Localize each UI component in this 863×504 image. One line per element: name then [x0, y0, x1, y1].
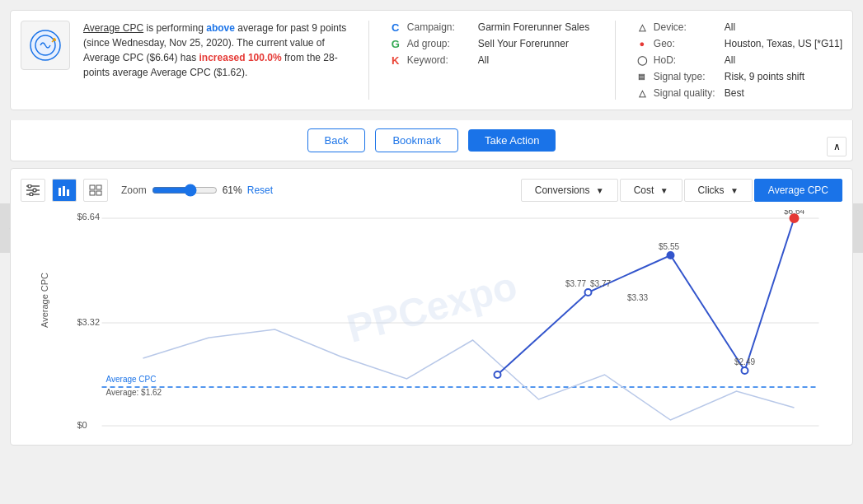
keyword-row: K Keyword: All	[389, 54, 595, 67]
signal-type-row: ▤ Signal type: Risk, 9 points shift	[636, 70, 842, 83]
svg-text:$0: $0	[77, 420, 87, 430]
signal-type-value: Risk, 9 points shift	[725, 71, 804, 82]
geo-icon: ●	[636, 37, 649, 50]
adgroup-icon: G	[389, 37, 402, 50]
hod-icon: ◯	[636, 54, 649, 67]
device-label: Device:	[654, 21, 720, 33]
campaign-icon: C	[389, 21, 402, 34]
chart-svg: $6.64 $3.32 $0 Average CPC Average: $1.6…	[62, 210, 834, 432]
hod-label: HoD:	[654, 54, 720, 66]
svg-point-27	[742, 367, 748, 374]
svg-point-24	[495, 371, 501, 378]
zoom-value: 61%	[223, 184, 242, 196]
chart-panel: PPCexpo Zoom 61% Reset Conversions ▼ Cos…	[10, 168, 853, 446]
action-bar: Back Bookmark Take Action	[10, 120, 853, 161]
keyword-value: All	[478, 54, 489, 66]
svg-text:$3.32: $3.32	[77, 317, 101, 327]
svg-text:$5.55: $5.55	[659, 242, 679, 251]
signal-quality-value: Best	[725, 87, 744, 99]
divider2	[615, 21, 616, 100]
svg-rect-14	[96, 191, 101, 195]
svg-text:$3.77: $3.77	[590, 279, 611, 288]
grid-icon-btn[interactable]	[83, 179, 108, 202]
svg-rect-11	[90, 185, 95, 189]
adgroup-label: Ad group:	[407, 38, 473, 49]
campaign-label: Campaign:	[407, 21, 473, 33]
tab-cost[interactable]: Cost ▼	[620, 179, 682, 202]
hod-value: All	[725, 54, 735, 66]
device-row: △ Device: All	[636, 21, 842, 34]
back-button[interactable]: Back	[307, 128, 366, 152]
take-action-button[interactable]: Take Action	[468, 129, 556, 152]
svg-rect-10	[67, 189, 69, 196]
svg-rect-9	[63, 186, 65, 196]
bookmark-button[interactable]: Bookmark	[375, 128, 458, 152]
metric-tabs: Conversions ▼ Cost ▼ Clicks ▼ Average CP…	[521, 179, 842, 202]
campaign-row: C Campaign: Garmin Forerunner Sales	[389, 21, 595, 34]
adgroup-row: G Ad group: Sell Your Forerunner	[389, 37, 595, 50]
signal-quality-icon: △	[636, 86, 649, 100]
tab-conversions[interactable]: Conversions ▼	[521, 179, 618, 202]
tab-clicks[interactable]: Clicks ▼	[684, 179, 753, 202]
keyword-icon: K	[389, 54, 402, 67]
svg-rect-12	[96, 185, 101, 189]
campaign-value: Garmin Forerunner Sales	[478, 21, 589, 33]
chart-toolbar: Zoom 61% Reset Conversions ▼ Cost ▼ Clic…	[21, 179, 842, 202]
filter-icon-btn[interactable]	[21, 179, 45, 202]
svg-point-7	[30, 193, 33, 196]
meta-right: △ Device: All ● Geo: Houston, Texas, US …	[636, 21, 842, 100]
svg-text:$3.33: $3.33	[627, 293, 648, 302]
svg-rect-8	[59, 188, 61, 196]
reset-button[interactable]: Reset	[247, 184, 273, 196]
y-axis-label: Average CPC	[40, 272, 49, 327]
device-value: All	[725, 21, 735, 33]
zoom-slider[interactable]	[152, 184, 218, 197]
hod-row: ◯ HoD: All	[636, 54, 842, 67]
geo-row: ● Geo: Houston, Texas, US [*G11]	[636, 37, 842, 50]
svg-text:$6.64: $6.64	[77, 212, 101, 222]
signal-quality-label: Signal quality:	[654, 87, 720, 99]
signal-type-label: Signal type:	[654, 71, 720, 82]
svg-text:$6.64: $6.64	[784, 210, 804, 216]
chart-area: Average CPC $6.64 $3.32 $0 Average CPC A…	[62, 210, 834, 435]
bar-chart-icon-btn[interactable]	[52, 179, 77, 202]
device-icon: △	[636, 21, 649, 34]
keyword-label: Keyword:	[407, 54, 473, 66]
svg-point-6	[33, 189, 36, 192]
adgroup-value: Sell Your Forerunner	[478, 38, 569, 49]
svg-text:Average: $1.62: Average: $1.62	[106, 388, 162, 397]
svg-text:$3.77: $3.77	[565, 279, 586, 288]
zoom-container: Zoom 61% Reset	[121, 184, 273, 197]
tab-average-cpc[interactable]: Average CPC	[754, 179, 842, 202]
info-panel: Average CPC is performing above average …	[10, 10, 853, 110]
signal-quality-row: △ Signal quality: Best	[636, 86, 842, 100]
svg-point-26	[668, 252, 674, 259]
geo-value: Houston, Texas, US [*G11]	[725, 38, 842, 49]
zoom-label: Zoom	[121, 184, 147, 196]
geo-label: Geo:	[654, 38, 720, 49]
divider	[368, 21, 369, 100]
svg-text:Average CPC: Average CPC	[106, 375, 157, 384]
collapse-button[interactable]: ∧	[827, 137, 847, 156]
svg-rect-13	[90, 191, 95, 195]
alert-description: Average CPC is performing above average …	[83, 21, 349, 100]
svg-text:$2.49: $2.49	[734, 357, 755, 366]
signal-type-icon: ▤	[636, 70, 649, 83]
meta-left: C Campaign: Garmin Forerunner Sales G Ad…	[389, 21, 595, 100]
svg-point-5	[28, 184, 31, 188]
svg-point-25	[585, 289, 592, 296]
alert-icon-box	[21, 21, 70, 70]
